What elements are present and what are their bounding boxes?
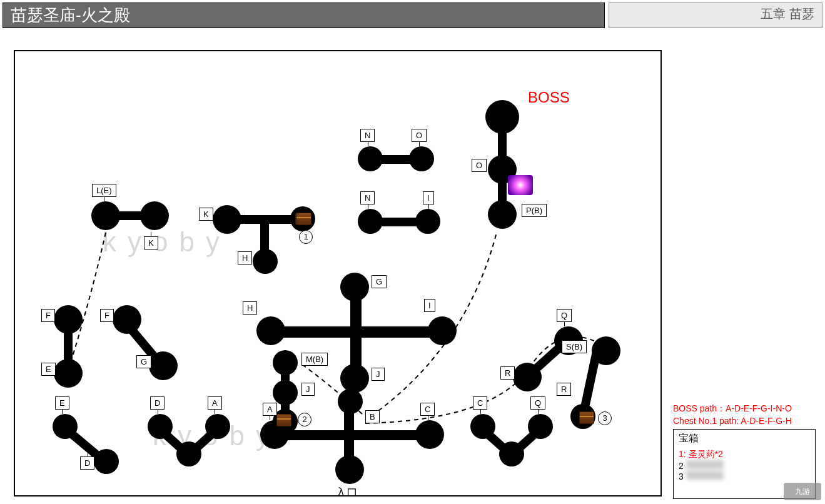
map-diagram: kyoby kyoby BOSS L(E) K K H 1 N O N I O … bbox=[14, 50, 662, 496]
map-node bbox=[528, 414, 553, 439]
chest-icon bbox=[579, 411, 594, 424]
orb-icon bbox=[508, 175, 533, 195]
map-node bbox=[415, 420, 444, 449]
node-label: I bbox=[424, 299, 435, 312]
node-label: K bbox=[199, 208, 213, 221]
node-label: A bbox=[263, 403, 277, 416]
legend-item: 1: 圣灵药*2 bbox=[679, 449, 810, 460]
map-node bbox=[54, 359, 83, 388]
node-label: N bbox=[360, 191, 375, 204]
map-node bbox=[340, 364, 369, 393]
chest-number: 1 bbox=[299, 230, 313, 244]
map-node bbox=[428, 316, 457, 345]
boss-path-text: BOSS path：A-D-E-F-G-I-N-O bbox=[673, 403, 792, 415]
map-node bbox=[140, 201, 169, 230]
node-label: D bbox=[150, 396, 164, 410]
node-label: Q bbox=[530, 396, 545, 410]
legend-item: 2 bbox=[679, 460, 810, 471]
site-logo: 九游 bbox=[784, 483, 821, 500]
path-notes: BOSS path：A-D-E-F-G-I-N-O Chest No.1 pat… bbox=[673, 403, 792, 427]
node-label: O bbox=[472, 159, 487, 172]
chest-icon bbox=[296, 213, 311, 225]
node-label: S(B) bbox=[562, 340, 587, 353]
node-label: G bbox=[136, 355, 151, 368]
node-label: I bbox=[423, 191, 434, 204]
node-label: A bbox=[208, 396, 222, 410]
node-label: C bbox=[420, 403, 435, 416]
node-label: K bbox=[144, 236, 158, 249]
chest-number: 3 bbox=[598, 411, 612, 425]
map-node bbox=[488, 200, 517, 229]
node-label: E bbox=[55, 396, 69, 410]
map-node bbox=[338, 389, 363, 414]
map-node bbox=[273, 380, 298, 405]
node-label: M(B) bbox=[301, 353, 328, 366]
node-label: H bbox=[238, 251, 252, 265]
map-node bbox=[94, 449, 119, 474]
node-label: H bbox=[243, 301, 257, 315]
node-label: R bbox=[500, 366, 515, 380]
node-label: C bbox=[473, 396, 487, 410]
legend-title: 宝箱 bbox=[679, 432, 810, 445]
map-node bbox=[253, 249, 278, 274]
node-label: R bbox=[557, 383, 571, 396]
legend-item: 3 bbox=[679, 471, 810, 481]
chest-path-text: Chest No.1 path: A-D-E-F-G-H bbox=[673, 415, 792, 428]
node-label: O bbox=[412, 129, 427, 142]
node-label: F bbox=[41, 309, 55, 322]
watermark: kyoby bbox=[103, 226, 231, 258]
chapter-label: 五章 苗瑟 bbox=[609, 3, 822, 28]
node-label: P(B) bbox=[522, 204, 547, 217]
page-title: 苗瑟圣庙-火之殿 bbox=[3, 3, 605, 28]
node-label: J bbox=[301, 383, 315, 396]
node-label: L(E) bbox=[92, 184, 116, 197]
boss-label: BOSS bbox=[528, 89, 570, 106]
chest-icon bbox=[276, 414, 291, 426]
map-node bbox=[149, 351, 178, 380]
map-node bbox=[335, 455, 364, 484]
node-label: Q bbox=[557, 309, 572, 322]
node-label: E bbox=[41, 363, 56, 376]
map-node bbox=[205, 414, 230, 439]
node-label: B bbox=[365, 410, 380, 423]
node-label: F bbox=[100, 309, 114, 322]
node-label: J bbox=[372, 368, 385, 381]
node-label: D bbox=[80, 456, 94, 470]
map-edge bbox=[273, 430, 435, 440]
map-node bbox=[409, 146, 434, 171]
map-node bbox=[415, 209, 440, 234]
chest-number: 2 bbox=[298, 413, 311, 426]
node-label: G bbox=[372, 275, 387, 288]
entry-label: 入口 bbox=[335, 485, 358, 496]
node-label: N bbox=[360, 129, 375, 142]
